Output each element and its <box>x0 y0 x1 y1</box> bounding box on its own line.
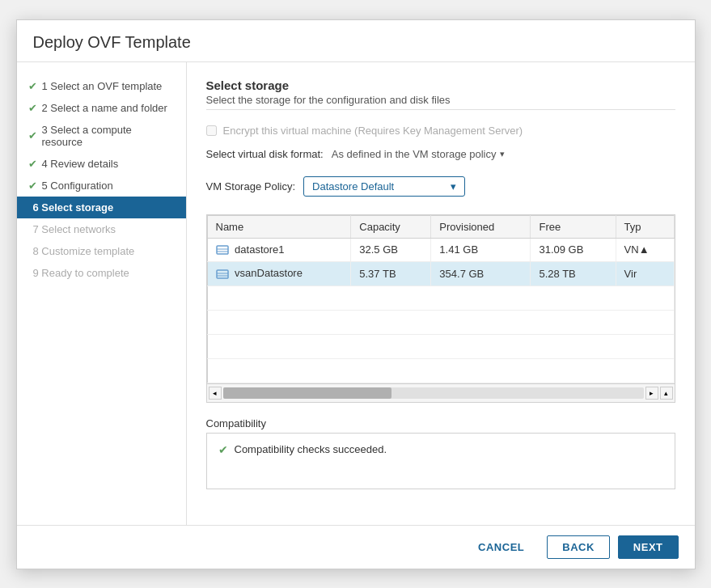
deploy-ovf-dialog: Deploy OVF Template ✔ 1 Select an OVF te… <box>16 19 696 569</box>
compat-check-icon: ✔ <box>218 443 228 456</box>
vm-storage-select[interactable]: Datastore Default ▾ <box>303 176 465 197</box>
table-row[interactable]: datastore1 32.5 GB 1.41 GB 31.09 GB VN▲ <box>207 238 674 262</box>
table-row-empty <box>207 358 674 383</box>
scroll-right-arrow[interactable]: ▸ <box>645 387 658 400</box>
section-title: Select storage <box>206 78 675 92</box>
row-capacity: 5.37 TB <box>351 262 431 286</box>
back-button[interactable]: BACK <box>547 535 610 559</box>
sidebar-item-step1[interactable]: ✔ 1 Select an OVF template <box>17 75 186 97</box>
row-capacity: 32.5 GB <box>351 238 431 262</box>
section-subtitle: Select the storage for the configuration… <box>206 94 675 106</box>
datastore-icon <box>216 243 229 256</box>
check-icon-step2: ✔ <box>28 102 37 114</box>
compatibility-section: Compatibility ✔ Compatibility checks suc… <box>206 417 675 489</box>
check-icon-step3: ✔ <box>28 129 37 142</box>
row-provisioned: 354.7 GB <box>431 262 531 286</box>
encrypt-checkbox <box>206 125 217 136</box>
col-type: Typ <box>616 215 674 238</box>
datastore-icon <box>216 268 229 281</box>
row-name: datastore1 <box>207 238 351 262</box>
sidebar-label-step5: 5 Configuration <box>42 180 113 192</box>
sidebar-item-step2[interactable]: ✔ 2 Select a name and folder <box>17 97 186 119</box>
sidebar-item-step9: 9 Ready to complete <box>17 262 186 284</box>
sidebar-label-step4: 4 Review details <box>42 158 119 170</box>
datastore-table: Name Capacity Provisioned Free Typ <box>207 215 675 383</box>
col-capacity: Capacity <box>351 215 431 238</box>
sidebar-label-step7: 7 Select networks <box>33 223 116 235</box>
next-button[interactable]: NEXT <box>618 535 679 559</box>
sidebar-item-step6[interactable]: 6 Select storage <box>17 197 186 218</box>
sidebar-label-step3: 3 Select a compute resource <box>42 124 175 148</box>
row-free: 31.09 GB <box>531 238 616 262</box>
sidebar-item-step4[interactable]: ✔ 4 Review details <box>17 153 186 175</box>
col-free: Free <box>531 215 616 238</box>
scroll-left-arrow[interactable]: ◂ <box>209 387 222 400</box>
table-row[interactable]: vsanDatastore 5.37 TB 354.7 GB 5.28 TB V… <box>207 262 674 286</box>
sidebar-label-step1: 1 Select an OVF template <box>42 80 163 92</box>
dialog-footer: CANCEL BACK NEXT <box>17 525 695 569</box>
row-free: 5.28 TB <box>531 262 616 286</box>
sidebar: ✔ 1 Select an OVF template ✔ 2 Select a … <box>17 62 187 525</box>
horizontal-scrollbar: ◂ ▸ ▴ <box>207 383 675 402</box>
row-provisioned: 1.41 GB <box>431 238 531 262</box>
sidebar-label-step9: 9 Ready to complete <box>33 267 129 279</box>
sidebar-label-step8: 8 Customize template <box>33 245 135 257</box>
table-row-empty <box>207 286 674 310</box>
virtual-disk-value: As defined in the VM storage policy <box>332 148 497 160</box>
virtual-disk-select[interactable]: As defined in the VM storage policy ▾ <box>332 148 505 160</box>
table-row-empty <box>207 310 674 334</box>
dialog-title: Deploy OVF Template <box>17 20 695 62</box>
compatibility-box: ✔ Compatibility checks succeeded. <box>206 433 675 489</box>
scroll-thumb <box>223 387 391 399</box>
scroll-track[interactable] <box>223 387 644 399</box>
svg-rect-3 <box>217 270 228 278</box>
check-icon-step5: ✔ <box>28 180 37 192</box>
chevron-down-icon: ▾ <box>500 149 505 159</box>
storage-chevron-down-icon: ▾ <box>451 180 456 192</box>
svg-rect-0 <box>217 246 228 254</box>
col-provisioned: Provisioned <box>431 215 531 238</box>
virtual-disk-row: Select virtual disk format: As defined i… <box>206 148 675 160</box>
cancel-button[interactable]: CANCEL <box>463 536 539 558</box>
check-icon-step1: ✔ <box>28 80 37 92</box>
compatibility-label: Compatibility <box>206 417 675 429</box>
datastore-table-wrapper: Name Capacity Provisioned Free Typ <box>206 214 675 403</box>
table-header: Name Capacity Provisioned Free Typ <box>207 215 674 238</box>
encrypt-label: Encrypt this virtual machine (Requires K… <box>223 125 523 137</box>
main-content: Select storage Select the storage for th… <box>187 62 695 525</box>
scroll-vert-arrow-up[interactable]: ▴ <box>660 387 673 400</box>
sidebar-item-step8: 8 Customize template <box>17 240 186 262</box>
col-name: Name <box>207 215 351 238</box>
sidebar-label-step2: 2 Select a name and folder <box>42 102 167 114</box>
sidebar-item-step3[interactable]: ✔ 3 Select a compute resource <box>17 119 186 153</box>
vm-storage-row: VM Storage Policy: Datastore Default ▾ <box>206 176 675 197</box>
compatibility-text: Compatibility checks succeeded. <box>235 443 387 455</box>
vm-storage-value: Datastore Default <box>312 180 394 192</box>
row-type: Vir <box>616 262 674 286</box>
check-icon-step4: ✔ <box>28 158 37 170</box>
header-divider <box>206 109 675 110</box>
row-name: vsanDatastore <box>207 262 351 286</box>
table-body: datastore1 32.5 GB 1.41 GB 31.09 GB VN▲ <box>207 238 674 383</box>
row-type: VN▲ <box>616 238 674 262</box>
sidebar-label-step6: 6 Select storage <box>33 201 114 214</box>
vm-storage-label: VM Storage Policy: <box>206 180 296 192</box>
sidebar-item-step7: 7 Select networks <box>17 218 186 240</box>
dialog-body: ✔ 1 Select an OVF template ✔ 2 Select a … <box>17 62 695 525</box>
encrypt-row: Encrypt this virtual machine (Requires K… <box>206 125 675 137</box>
table-row-empty <box>207 334 674 358</box>
sidebar-item-step5[interactable]: ✔ 5 Configuration <box>17 175 186 197</box>
section-header: Select storage Select the storage for th… <box>206 78 675 113</box>
table-header-row: Name Capacity Provisioned Free Typ <box>207 215 674 238</box>
virtual-disk-label: Select virtual disk format: <box>206 148 324 160</box>
